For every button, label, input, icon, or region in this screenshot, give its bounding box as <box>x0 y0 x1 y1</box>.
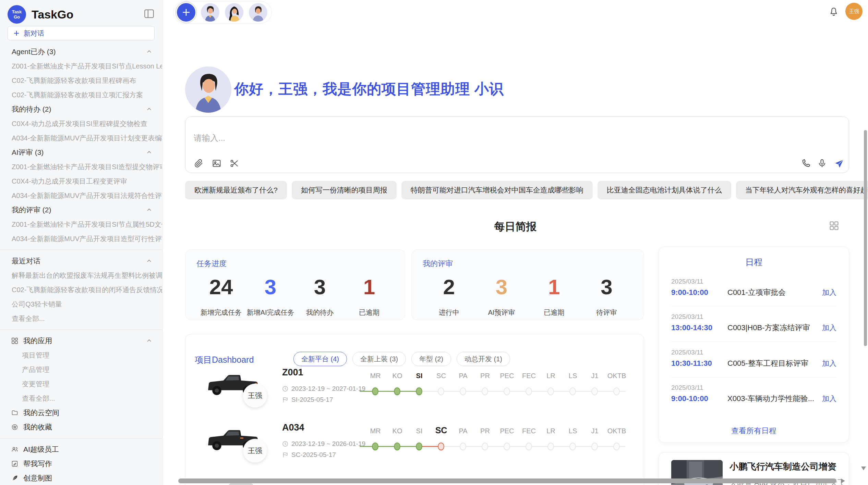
agent-avatar-1[interactable] <box>201 3 219 22</box>
sidebar-section-ai-review[interactable]: AI评审 (3) <box>0 145 162 160</box>
vertical-scrollbar[interactable] <box>864 130 867 346</box>
sidebar-section-agent-done[interactable]: Agent已办 (3) <box>0 45 162 59</box>
filter-chip[interactable]: 全新上装 (3) <box>352 352 406 366</box>
join-link[interactable]: 加入 <box>822 359 836 368</box>
divider <box>0 250 162 250</box>
sidebar-item[interactable]: A034-全新新能源MUV产品开发项目造型可行性评审 <box>0 232 162 246</box>
sidebar-item-app[interactable]: 变更管理 <box>0 377 162 391</box>
sidebar-collapse-icon[interactable] <box>144 9 155 20</box>
milestone-dot <box>569 443 576 450</box>
suggestion-chip[interactable]: 当下年轻人对汽车外观有怎样的喜好趋势 <box>736 181 868 199</box>
sidebar-item-view-all[interactable]: 查看全部... <box>0 311 162 326</box>
phone-icon[interactable] <box>801 159 811 170</box>
sidebar-item[interactable]: C0X4-动力总成开发项目工程变更评审 <box>0 174 162 188</box>
sidebar-item[interactable]: C02-飞腾新能源轻客改款项目的闭环通告反馈情况 <box>0 283 162 297</box>
sidebar-item-creative-draw[interactable]: 创意制图 <box>0 471 162 485</box>
star-badge-icon <box>11 424 18 431</box>
chevron-up-icon <box>146 150 152 155</box>
add-agent-button[interactable] <box>177 3 195 22</box>
chevron-up-icon <box>146 258 152 264</box>
stat-value: 3 <box>475 276 528 298</box>
user-avatar[interactable]: 王强 <box>845 3 863 20</box>
write-icon <box>11 460 18 467</box>
schedule-name: X003-车辆动力学性能验... <box>727 394 822 404</box>
sidebar-section-recent-chats[interactable]: 最近对话 <box>0 254 162 268</box>
image-icon[interactable] <box>212 159 221 170</box>
milestone-dot <box>372 387 378 395</box>
join-link[interactable]: 加入 <box>822 394 836 403</box>
stat-label: 已逾期 <box>345 308 394 317</box>
sidebar-item-view-all-apps[interactable]: 查看全部... <box>0 391 162 406</box>
sidebar-item-favorites[interactable]: 我的收藏 <box>0 420 162 434</box>
logo-text-bottom: Go <box>14 14 20 20</box>
send-icon[interactable] <box>834 159 844 170</box>
suggestion-chip[interactable]: 欧洲新规最近颁布了什么? <box>185 181 287 199</box>
sidebar-item[interactable]: C0X4-动力总成开发项目SI里程碑提交物检查 <box>0 116 162 131</box>
scroll-right-arrow[interactable] <box>841 478 845 483</box>
project-row[interactable]: 王强 Z001 2023-12-19 ~ 2027-01-19 SI-2025-… <box>185 364 644 419</box>
divider <box>0 329 162 330</box>
sidebar-item[interactable]: Z001-全新燃油皮卡产品开发项目SI节点Lesson Learn报告 <box>0 59 162 73</box>
milestone-dot <box>372 443 378 450</box>
stat-label: 新增AI完成任务 <box>246 308 295 317</box>
sidebar-item[interactable]: 解释最新出台的欧盟报废车法规再生塑料比例被调至15%... <box>0 268 162 283</box>
mic-icon[interactable] <box>817 159 827 170</box>
my-apps-label: 我的应用 <box>23 336 141 346</box>
sidebar-section-my-todo[interactable]: 我的待办 (2) <box>0 102 162 116</box>
app-logo: Task Go <box>8 5 26 24</box>
notification-bell-icon[interactable] <box>829 7 839 18</box>
milestone-dot <box>482 387 488 395</box>
chat-composer <box>185 116 849 173</box>
cloud-space-label: 我的云空间 <box>23 408 152 418</box>
project-row[interactable]: 王强 A034 2023-12-19 ~ 2026-01-19 SC-2025-… <box>185 420 644 474</box>
sidebar-item[interactable]: C02-飞腾新能源轻客改款项目立项汇报方案 <box>0 88 162 102</box>
quill-icon <box>11 475 18 482</box>
join-link[interactable]: 加入 <box>822 323 836 333</box>
sidebar-section-my-review[interactable]: 我的评审 (2) <box>0 203 162 217</box>
schedule-item[interactable]: 9:00-10:00 C001-立项审批会 加入 <box>671 287 836 298</box>
chat-input[interactable] <box>194 133 674 143</box>
app-title: TaskGo <box>32 8 144 21</box>
schedule-item[interactable]: 10:30-11:30 C005-整车工程目标评审 加入 <box>671 358 836 369</box>
divider <box>671 306 836 306</box>
milestone-dot <box>526 387 532 395</box>
sidebar-item-app[interactable]: 产品管理 <box>0 362 162 377</box>
schedule-item[interactable]: 9:00-10:00 X003-车辆动力学性能验... 加入 <box>671 394 836 404</box>
new-chat-button[interactable]: 新对话 <box>8 26 155 40</box>
sidebar-item[interactable]: A034-全新新能源MUV产品开发项目法规符合性评审 <box>0 188 162 203</box>
filter-chip[interactable]: 动总开发 (1) <box>457 352 510 366</box>
agent-avatar-3[interactable] <box>249 3 267 22</box>
scissors-icon[interactable] <box>230 159 239 170</box>
daily-brief-title: 每日简报 <box>163 220 868 234</box>
grid-icon <box>11 337 18 344</box>
sidebar-item-cloud-space[interactable]: 我的云空间 <box>0 406 162 420</box>
sidebar-item-help-write[interactable]: 帮我写作 <box>0 457 162 471</box>
view-all-schedule-link[interactable]: 查看所有日程 <box>659 426 849 436</box>
agent-avatar-2[interactable] <box>225 3 243 22</box>
layout-grid-icon[interactable] <box>829 221 839 232</box>
sidebar-item-my-apps[interactable]: 我的应用 <box>0 334 162 348</box>
join-link[interactable]: 加入 <box>822 288 836 297</box>
milestone-dot <box>504 387 510 395</box>
filter-chip[interactable]: 年型 (2) <box>411 352 451 366</box>
sidebar-item[interactable]: Z001-全新燃油轻卡产品开发项目SI造型提交物评审 <box>0 160 162 174</box>
sidebar-item-app[interactable]: 项目管理 <box>0 348 162 362</box>
sidebar-item[interactable]: 公司Q3轻卡销量 <box>0 297 162 311</box>
sidebar-item-ai-employee[interactable]: AI超级员工 <box>0 442 162 457</box>
filter-chip[interactable]: 全新平台 (4) <box>293 352 347 366</box>
schedule-item[interactable]: 13:00-14:30 C003|H0B-方案冻结评审 加入 <box>671 323 836 333</box>
dashboard-filters: 全新平台 (4) 全新上装 (3) 年型 (2) 动总开发 (1) <box>293 352 510 366</box>
suggestion-chip[interactable]: 比亚迪全固态电池计划具体说了什么 <box>598 181 731 199</box>
card-title: 我的评审 <box>423 259 633 269</box>
sidebar-item[interactable]: C02-飞腾新能源轻客改款项目里程碑画布 <box>0 73 162 88</box>
sidebar-item[interactable]: A034-全新新能源MUV产品开发项目计划变更表编写 <box>0 131 162 145</box>
milestone-dot <box>460 387 466 395</box>
suggestion-chip[interactable]: 特朗普可能对进口汽车增税会对中国车企造成哪些影响 <box>401 181 593 199</box>
scroll-down-arrow[interactable] <box>861 467 866 470</box>
suggestion-chip[interactable]: 如何写一份清晰的项目周报 <box>292 181 397 199</box>
sidebar-item[interactable]: Z001-全新燃油轻卡产品开发项目SI节点属性5D文件评审 <box>0 217 162 232</box>
horizontal-scrollbar[interactable] <box>178 478 836 483</box>
stat-value: 3 <box>246 276 295 298</box>
attachment-icon[interactable] <box>194 159 204 170</box>
schedule-date: 2025/03/11 <box>671 384 703 391</box>
